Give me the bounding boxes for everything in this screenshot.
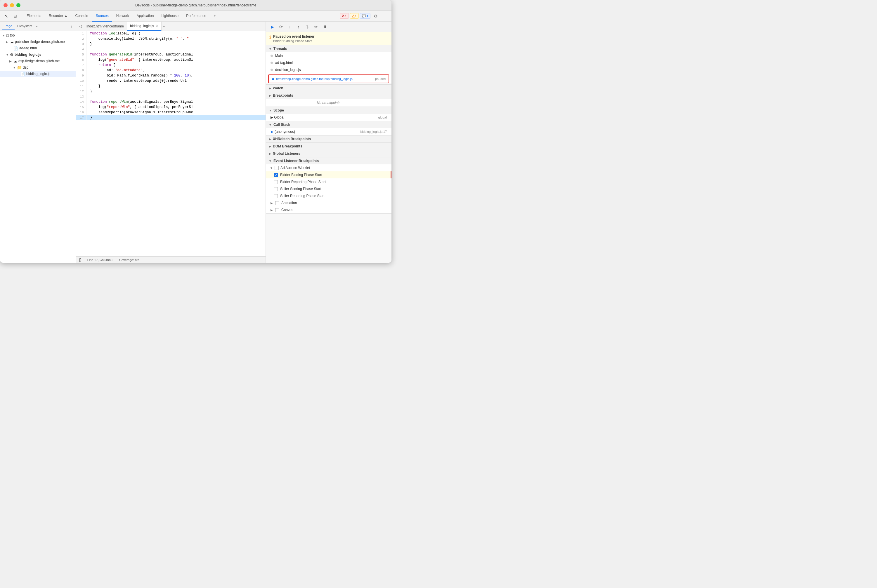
paused-banner: ℹ Paused on event listener Bidder Biddin… xyxy=(266,32,391,45)
call-stack-header[interactable]: ▼ Call Stack xyxy=(266,121,391,128)
step-over-button[interactable]: ⟳ xyxy=(277,23,285,31)
call-stack-content: ◆ (anonymous) bidding_logic.js:17 xyxy=(266,128,391,135)
tab-filesystem[interactable]: Filesystem xyxy=(15,23,35,30)
more-options-icon[interactable]: ⋮ xyxy=(381,12,389,20)
threads-header[interactable]: ▼ Threads xyxy=(266,45,391,52)
tab-back-icon[interactable]: ◁ xyxy=(77,23,84,30)
breakpoints-section: ▶ Breakpoints No breakpoints xyxy=(266,92,391,107)
list-item[interactable]: Seller Scoring Phase Start xyxy=(266,185,391,192)
list-item[interactable]: ▶ ☁ dsp-fledge-demo.glitch.me xyxy=(0,58,76,64)
list-item[interactable]: Bidder Reporting Phase Start xyxy=(266,178,391,185)
settings-icon[interactable]: ⚙ xyxy=(372,12,380,20)
list-item[interactable]: decision_logic.js xyxy=(266,66,391,73)
tab-index-label: index.html?fencedframe xyxy=(86,24,124,28)
panel-tabs: Page Filesystem » ⋮ xyxy=(0,22,76,31)
tab-more[interactable]: » xyxy=(211,10,220,22)
device-icon[interactable]: ⊟ xyxy=(11,12,19,20)
xhr-header[interactable]: ▶ XHR/fetch Breakpoints xyxy=(266,135,391,142)
breakpoints-label: Breakpoints xyxy=(273,93,293,98)
edit-button[interactable]: ✏ xyxy=(312,23,320,31)
list-item[interactable]: 📄 bidding_logic.js xyxy=(0,70,76,77)
ad-auction-worklet-header[interactable]: ▼ − Ad Auction Worklet xyxy=(266,164,391,171)
watch-label: Watch xyxy=(273,86,283,90)
resume-button[interactable]: ▶ xyxy=(268,23,276,31)
breakpoints-header[interactable]: ▶ Breakpoints xyxy=(266,92,391,99)
file-icon: 📄 xyxy=(14,46,18,51)
global-listeners-header[interactable]: ▶ Global Listeners xyxy=(266,150,391,157)
file-tree-panel: Page Filesystem » ⋮ ▼ □ top ▶ ☁ publishe… xyxy=(0,22,76,263)
warning-count: 1 xyxy=(355,14,357,18)
paused-title: Paused on event listener xyxy=(273,34,314,39)
selected-thread[interactable]: ◆ https://dsp-fledge-demo.glitch.me/dsp/… xyxy=(268,75,389,83)
list-item[interactable]: ▶ ☁ publisher-fledge-demo.glitch.me xyxy=(0,39,76,45)
list-item[interactable]: Main xyxy=(266,52,391,59)
cursor-icon[interactable]: ↖ xyxy=(2,12,11,20)
arrow-down-icon: ▼ xyxy=(270,166,273,170)
tab-more-icon[interactable]: » xyxy=(36,24,38,28)
pause-button[interactable]: ⏸ xyxy=(321,23,329,31)
watch-header[interactable]: ▶ Watch xyxy=(266,85,391,92)
debug-scroll-area[interactable]: ℹ Paused on event listener Bidder Biddin… xyxy=(266,32,391,263)
tab-page[interactable]: Page xyxy=(2,23,15,30)
list-item[interactable]: ▼ 📁 dsp xyxy=(0,64,76,70)
list-item[interactable]: ▶ Animation xyxy=(266,200,391,206)
checkbox-animation[interactable] xyxy=(275,201,279,205)
scope-header[interactable]: ▼ Scope xyxy=(266,107,391,114)
tab-sources[interactable]: Sources xyxy=(92,10,112,22)
tab-elements[interactable]: Elements xyxy=(23,10,45,22)
minimize-button[interactable] xyxy=(10,3,14,7)
dom-breakpoints-header[interactable]: ▶ DOM Breakpoints xyxy=(266,143,391,150)
list-item[interactable]: ◆ (anonymous) bidding_logic.js:17 xyxy=(266,128,391,135)
checkbox-seller-scoring[interactable] xyxy=(274,187,278,191)
tab-more-icon[interactable]: » xyxy=(163,24,165,28)
list-item[interactable]: ▶ Canvas xyxy=(266,206,391,213)
info-icon: 💬 xyxy=(362,14,366,18)
step-button[interactable]: ⤵ xyxy=(303,23,311,31)
status-bar: {} Line 17, Column 2 Coverage: n/a xyxy=(76,256,266,263)
panel-options-icon[interactable]: ⋮ xyxy=(69,24,73,28)
arrow-down-icon: ▼ xyxy=(269,123,272,126)
checkbox-bidder-bidding[interactable]: ✓ xyxy=(274,173,278,177)
arrow-right-icon: ▶ xyxy=(271,208,273,212)
dom-breakpoints-label: DOM Breakpoints xyxy=(273,144,302,148)
tab-recorder[interactable]: Recorder ▲ xyxy=(45,10,71,22)
arrow-right-icon: ▶ xyxy=(269,94,271,97)
checkbox-canvas[interactable] xyxy=(275,208,279,212)
format-icon[interactable]: {} xyxy=(79,258,81,262)
close-tab-icon[interactable]: ✕ xyxy=(156,24,158,27)
step-into-button[interactable]: ↓ xyxy=(286,23,294,31)
code-line: 6 log("generateBid", { interestGroup, au… xyxy=(76,57,266,63)
maximize-button[interactable] xyxy=(17,3,20,7)
list-item[interactable]: 📄 ad-tag.html xyxy=(0,45,76,51)
tab-performance[interactable]: Performance xyxy=(183,10,210,22)
watch-section: ▶ Watch xyxy=(266,85,391,92)
tab-index-html[interactable]: index.html?fencedframe xyxy=(84,22,127,31)
list-item[interactable]: ✓ Bidder Bidding Phase Start xyxy=(266,171,391,178)
step-out-button[interactable]: ↑ xyxy=(295,23,303,31)
checkbox-seller-reporting[interactable] xyxy=(274,194,278,198)
arrow-down-icon: ▼ xyxy=(13,66,17,69)
bidder-reporting-label: Bidder Reporting Phase Start xyxy=(280,180,326,184)
event-listener-section: ▼ Event Listener Breakpoints ▼ − Ad Auct… xyxy=(266,158,391,214)
close-button[interactable] xyxy=(3,3,8,7)
global-scope-value: global xyxy=(378,116,387,119)
list-item[interactable]: Seller Reporting Phase Start xyxy=(266,192,391,200)
list-item[interactable]: ▼ ⚙ bidding_logic.js xyxy=(0,51,76,58)
debug-panel: ▶ ⟳ ↓ ↑ ⤵ ✏ ⏸ ℹ Paused on event listener… xyxy=(266,22,391,263)
code-editor[interactable]: 1 function log(label, o) { 2 console.log… xyxy=(76,31,266,256)
tab-network[interactable]: Network xyxy=(113,10,132,22)
code-line: 2 console.log(label, JSON.stringify(o, "… xyxy=(76,36,266,42)
list-item[interactable]: ad-tag.html xyxy=(266,59,391,66)
event-listener-header[interactable]: ▼ Event Listener Breakpoints xyxy=(266,158,391,164)
tab-bidding-logic[interactable]: bidding_logic.js ✕ xyxy=(127,22,161,31)
tab-lighthouse[interactable]: Lighthouse xyxy=(158,10,182,22)
thread-decision-label: decision_logic.js xyxy=(275,68,301,72)
info-count: 1 xyxy=(367,14,369,18)
code-line: 8 ad: "ad-metadata", xyxy=(76,68,266,73)
tab-console[interactable]: Console xyxy=(72,10,92,22)
checkbox-bidder-reporting[interactable] xyxy=(274,180,278,184)
list-item[interactable]: ▶ Global global xyxy=(266,114,391,121)
thread-dot-icon xyxy=(271,69,273,71)
tab-application[interactable]: Application xyxy=(133,10,158,22)
list-item[interactable]: ▼ □ top xyxy=(0,32,76,39)
